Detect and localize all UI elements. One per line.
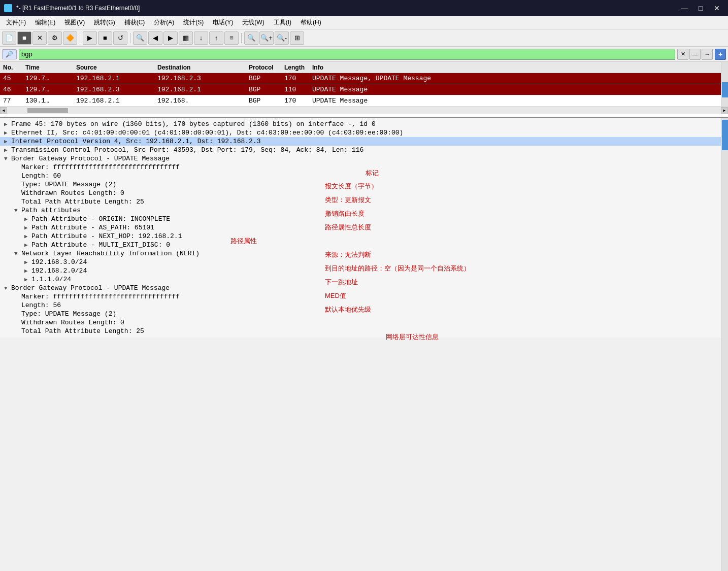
detail-line-24[interactable]: Total Path Attribute Length: 25 [0,327,728,335]
header-destination: Destination [157,64,249,71]
toolbar-stop[interactable]: ■ [98,31,112,45]
packet-row-46[interactable]: 46 129.7… 192.168.2.3 192.168.2.1 BGP 11… [0,84,728,95]
packet-dst-45: 192.168.2.3 [157,75,249,82]
menu-file[interactable]: 文件(F) [2,17,30,28]
detail-line-22[interactable]: Type: UPDATE Message (2) [0,310,728,318]
detail-line-6[interactable]: Length: 60 [0,172,728,180]
detail-line-17[interactable]: ▶192.168.2.0/24 [0,266,728,275]
h-scroll[interactable]: ◀ ▶ [0,107,728,114]
title-bar: *- [R1 FastEthernet0/1 to R3 FastEtherne… [0,0,728,16]
detail-line-16[interactable]: ▶192.168.3.0/24 [0,258,728,266]
packet-list[interactable]: No. Time Source Destination Protocol Len… [0,62,728,118]
detail-line-9[interactable]: Total Path Attribute Length: 25 [0,197,728,206]
title-bar-left: *- [R1 FastEthernet0/1 to R3 FastEtherne… [4,4,140,12]
packet-len-77: 170 [284,97,312,105]
toolbar-sep3 [241,33,242,43]
h-scroll-right[interactable]: ▶ [721,107,728,114]
h-scroll-thumb[interactable] [27,108,68,113]
toolbar-options[interactable]: 🔶 [63,31,77,45]
detail-line-20[interactable]: Marker: ffffffffffffffffffffffffffffffff [0,292,728,301]
expand-icon-3: ▶ [4,147,11,153]
detail-line-23[interactable]: Withdrawn Routes Length: 0 [0,318,728,327]
header-no: No. [0,64,25,71]
detail-line-21[interactable]: Length: 56 [0,301,728,310]
packet-list-header: No. Time Source Destination Protocol Len… [0,62,728,73]
h-scroll-left[interactable]: ◀ [0,107,7,114]
packet-len-46: 110 [284,86,312,93]
minimize-button[interactable]: — [677,2,691,14]
close-button[interactable]: ✕ [710,2,724,14]
packet-time-77: 130.1… [25,97,76,105]
filter-add-button[interactable]: + [715,49,726,60]
detail-line-12[interactable]: ▶Path Attribute - AS_PATH: 65101 [0,223,728,232]
toolbar-save[interactable]: ⚙ [48,31,62,45]
toolbar-filter[interactable]: ▦ [179,31,193,45]
detail-scrollbar[interactable] [721,118,728,571]
toolbar-zoom-in[interactable]: 🔍 [133,31,147,45]
detail-text-9: Total Path Attribute Length: 25 [21,198,144,206]
toolbar-columns[interactable]: ⊞ [290,31,304,45]
detail-text-0: Frame 45: 170 bytes on wire (1360 bits),… [11,120,376,128]
detail-line-4[interactable]: ▼Border Gateway Protocol - UPDATE Messag… [0,154,728,163]
detail-line-18[interactable]: ▶1.1.1.0/24 [0,275,728,284]
packet-dst-46: 192.168.2.1 [157,86,249,93]
toolbar-zoom-in2[interactable]: 🔍+ [259,31,274,45]
detail-line-14[interactable]: ▶Path Attribute - MULTI_EXIT_DISC: 0 [0,241,728,249]
menu-wireless[interactable]: 无线(W) [238,17,268,28]
detail-line-3[interactable]: ▶Transmission Control Protocol, Src Port… [0,146,728,154]
detail-scrollbar-thumb[interactable] [722,120,728,150]
detail-text-7: Type: UPDATE Message (2) [21,181,116,188]
menu-tools[interactable]: 工具(I) [270,17,295,28]
detail-wrapper: ▶Frame 45: 170 bytes on wire (1360 bits)… [0,118,728,571]
packet-row-77[interactable]: 77 130.1… 192.168.2.1 192.168. BGP 170 U… [0,95,728,107]
filter-input[interactable] [19,49,675,60]
packet-info-77: UPDATE Message [312,97,728,105]
toolbar-down[interactable]: ↓ [194,31,208,45]
toolbar-zoom-out[interactable]: 🔍- [275,31,289,45]
toolbar-close[interactable]: ✕ [32,31,47,45]
expand-icon-1: ▶ [4,129,11,136]
filter-clear-btn[interactable]: ✕ [677,49,688,60]
h-scroll-track[interactable] [7,107,721,114]
window-controls: — □ ✕ [677,2,724,14]
menu-goto[interactable]: 跳转(G) [90,17,119,28]
menu-view[interactable]: 视图(V) [60,17,89,28]
detail-line-5[interactable]: Marker: ffffffffffffffffffffffffffffffff [0,163,728,172]
detail-line-0[interactable]: ▶Frame 45: 170 bytes on wire (1360 bits)… [0,120,728,128]
packet-proto-77: BGP [249,97,284,105]
menu-edit[interactable]: 编辑(E) [31,17,59,28]
filter-arrow1[interactable]: — [689,49,701,60]
detail-line-7[interactable]: Type: UPDATE Message (2) [0,180,728,189]
toolbar-zoom-fit[interactable]: 🔍 [244,31,258,45]
toolbar-new[interactable]: 📄 [2,31,16,45]
toolbar-prev[interactable]: ◀ [148,31,162,45]
toolbar-next[interactable]: ▶ [163,31,178,45]
packet-info-45: UPDATE Message, UPDATE Message [312,75,728,82]
detail-line-8[interactable]: Withdrawn Routes Length: 0 [0,189,728,197]
detail-line-10[interactable]: ▼Path attributes [0,206,728,215]
detail-line-1[interactable]: ▶Ethernet II, Src: c4:01:09:d0:00:01 (c4… [0,128,728,137]
detail-line-19[interactable]: ▼Border Gateway Protocol - UPDATE Messag… [0,284,728,292]
menu-bar: 文件(F) 编辑(E) 视图(V) 跳转(G) 捕获(C) 分析(A) 统计(S… [0,16,728,29]
detail-line-15[interactable]: ▼Network Layer Reachability Information … [0,249,728,258]
detail-line-13[interactable]: ▶Path Attribute - NEXT_HOP: 192.168.2.1 [0,232,728,241]
toolbar-up-arrow[interactable]: ↑ [209,31,223,45]
toolbar-start[interactable]: ▶ [83,31,97,45]
maximize-button[interactable]: □ [693,2,708,14]
menu-stats[interactable]: 统计(S) [179,17,208,28]
packet-no-77: 77 [0,97,25,105]
packet-scrollbar[interactable] [721,62,728,107]
detail-line-2[interactable]: ▶Internet Protocol Version 4, Src: 192.1… [0,137,728,146]
detail-line-11[interactable]: ▶Path Attribute - ORIGIN: INCOMPLETE [0,215,728,223]
menu-capture[interactable]: 捕获(C) [120,17,149,28]
toolbar-open[interactable]: ■ [17,31,31,45]
packet-scrollbar-thumb[interactable] [722,82,728,97]
menu-phone[interactable]: 电话(Y) [209,17,237,28]
menu-analyze[interactable]: 分析(A) [150,17,178,28]
toolbar-restart[interactable]: ↺ [113,31,127,45]
menu-help[interactable]: 帮助(H) [296,17,325,28]
filter-arrow2[interactable]: → [702,49,713,60]
toolbar-list[interactable]: ≡ [224,31,239,45]
packet-row-45[interactable]: 45 129.7… 192.168.2.1 192.168.2.3 BGP 17… [0,73,728,84]
packet-src-77: 192.168.2.1 [76,97,157,105]
